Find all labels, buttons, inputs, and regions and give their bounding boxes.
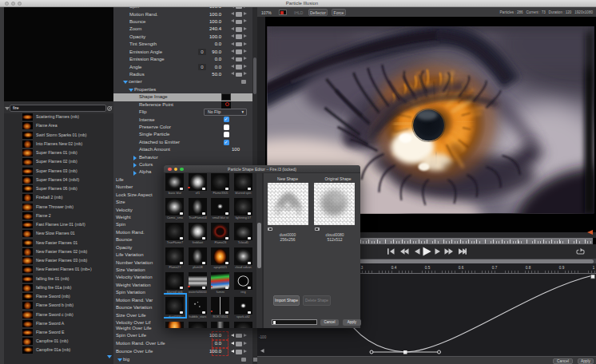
svg-text:-100: -100 — [259, 335, 267, 339]
